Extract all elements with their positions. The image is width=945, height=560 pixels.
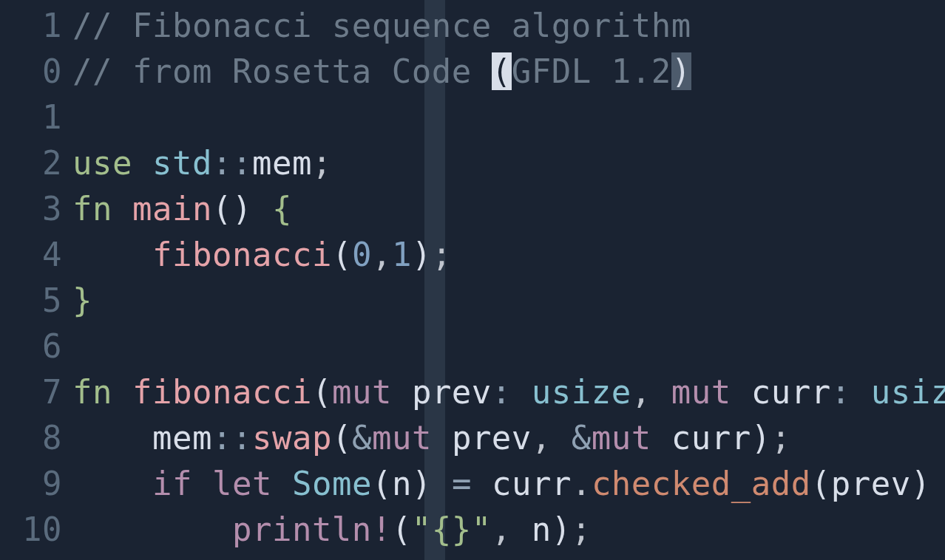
code-editor[interactable]: 1// Fibonacci sequence algorithm0// from… [0,0,945,560]
code-line[interactable]: 8 mem::swap(&mut prev, &mut curr); [0,415,945,461]
token: ) [412,236,432,273]
token: n [552,556,572,560]
token [512,511,532,548]
token [651,419,671,457]
code-line[interactable]: 11 fibonacci(prev, n); [0,553,945,560]
token: mem [252,144,312,182]
token: "{}" [412,511,492,548]
token: , [532,419,552,457]
token: fn [72,373,112,411]
token: mut [671,373,731,411]
line-number: 4 [0,232,72,278]
token: curr [671,419,751,457]
token: ; [572,511,592,548]
token: // Fibonacci sequence algorithm [72,7,691,44]
token: swap [252,419,332,457]
token: prev [432,556,512,560]
token: & [572,419,592,457]
token [731,373,751,411]
line-number: 10 [0,507,72,553]
line-number: 9 [0,461,72,507]
token [192,465,212,502]
token: , [631,373,651,411]
token [132,144,152,182]
token: :: [212,419,252,457]
token: , [492,511,512,548]
code-line[interactable]: 9 if let Some(n) = curr.checked_add(prev… [0,461,945,507]
line-number: 5 [0,278,72,324]
line-number: 0 [0,49,72,95]
token: fibonacci [152,236,332,273]
token [112,373,132,411]
token [72,236,152,273]
code-content[interactable]: // Fibonacci sequence algorithm [72,3,691,49]
code-line[interactable]: 4 fibonacci(0,1); [0,232,945,278]
code-line[interactable]: 2use std::mem; [0,140,945,186]
token: ) [671,52,691,90]
code-content[interactable]: if let Some(n) = curr.checked_add(prev) [72,461,931,507]
token: main [132,190,212,228]
token [72,465,152,502]
token: ; [312,144,332,182]
token: ( [412,556,432,560]
token: let [212,465,272,502]
token: 0 [352,236,372,273]
token: ; [432,236,452,273]
token: , [512,556,532,560]
token: & [352,419,372,457]
code-content[interactable]: println!("{}", n); [72,507,592,553]
token: ) [911,465,931,502]
code-line[interactable]: 7fn fibonacci(mut prev: usize, mut curr:… [0,369,945,415]
token: : [831,373,851,411]
token: 1 [392,236,412,273]
token [112,190,132,228]
token: if [152,465,192,502]
token: { [272,190,292,228]
token: : [492,373,512,411]
code-line[interactable]: 1// Fibonacci sequence algorithm [0,3,945,49]
line-number: 8 [0,415,72,461]
token: mut [592,419,651,457]
token [432,465,452,502]
code-content[interactable]: mem::swap(&mut prev, &mut curr); [72,415,791,461]
token [651,373,671,411]
token [851,373,871,411]
token: mut [332,373,392,411]
token: // from Rosetta Code [72,52,492,90]
code-content[interactable]: fibonacci(0,1); [72,232,452,278]
code-content[interactable]: use std::mem; [72,140,332,186]
token [432,419,452,457]
token: mem [152,419,212,457]
token [392,373,412,411]
code-content[interactable]: } [72,278,92,324]
token: curr [492,465,572,502]
code-content[interactable]: // from Rosetta Code (GFDL 1.2) [72,49,691,95]
token: } [72,281,92,319]
token [272,465,292,502]
token: prev [452,419,532,457]
code-content[interactable]: fn main() { [72,186,292,232]
token [72,419,152,457]
line-number: 6 [0,324,72,369]
token: ) [572,556,592,560]
token: use [72,144,132,182]
code-line[interactable]: 0// from Rosetta Code (GFDL 1.2) [0,49,945,95]
token [72,556,232,560]
token [472,465,492,502]
code-line[interactable]: 10 println!("{}", n); [0,507,945,553]
code-line[interactable]: 5} [0,278,945,324]
token: ( [312,373,332,411]
token: :: [212,144,252,182]
token: GFDL 1.2 [512,52,671,90]
token: ) [412,465,432,502]
code-content[interactable]: fibonacci(prev, n); [72,553,612,560]
token: mut [372,419,432,457]
token: ( [492,52,512,90]
token: curr [751,373,831,411]
code-line[interactable]: 6 [0,324,945,369]
token: usiz [871,373,945,411]
code-line[interactable]: 1 [0,95,945,140]
token: ; [592,556,612,560]
code-line[interactable]: 3fn main() { [0,186,945,232]
code-content[interactable]: fn fibonacci(mut prev: usize, mut curr: … [72,369,945,415]
